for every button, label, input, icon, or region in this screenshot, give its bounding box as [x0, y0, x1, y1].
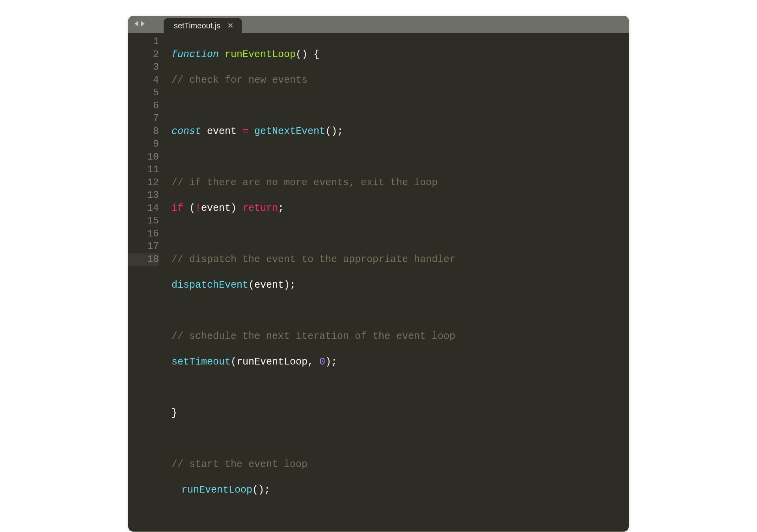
- comment: // schedule the next iteration of the ev…: [172, 331, 455, 342]
- svg-marker-0: [134, 21, 138, 26]
- code-area[interactable]: 123456789101112131415161718 function run…: [128, 33, 629, 532]
- keyword-const: const: [172, 126, 201, 137]
- identifier: event: [254, 279, 284, 291]
- comment: // if there are no more events, exit the…: [172, 177, 438, 188]
- comment: // check for new events: [172, 74, 308, 86]
- line-number: 9: [128, 138, 159, 151]
- line-number: 16: [128, 228, 159, 241]
- identifier: event: [207, 126, 237, 137]
- keyword-return: return: [242, 203, 278, 214]
- punct: ();: [252, 484, 270, 496]
- keyword-if: if: [172, 203, 183, 214]
- punct: ;: [278, 203, 284, 214]
- identifier: runEventLoop: [237, 356, 308, 368]
- line-number: 8: [128, 125, 159, 138]
- punct: ,: [308, 356, 319, 368]
- identifier: event: [201, 203, 231, 214]
- line-number: 4: [128, 74, 159, 87]
- punct: ): [231, 203, 242, 214]
- punct: );: [284, 279, 296, 291]
- comment: // start the event loop: [172, 459, 308, 470]
- operator: =: [242, 126, 248, 137]
- code-content[interactable]: function runEventLoop() { // check for n…: [168, 35, 629, 522]
- line-number: 17: [128, 240, 159, 253]
- tab-bar: setTimeout.js ✕: [128, 16, 629, 33]
- line-number: 10: [128, 151, 159, 164]
- line-number: 2: [128, 48, 159, 61]
- comment: // dispatch the event to the appropriate…: [172, 254, 455, 265]
- editor-window: setTimeout.js ✕ 123456789101112131415161…: [128, 16, 629, 532]
- punct: () {: [296, 49, 319, 60]
- operator-not: !: [195, 203, 201, 214]
- nav-arrows: [128, 16, 151, 33]
- tab-spacer: [151, 16, 164, 33]
- line-number: 13: [128, 189, 159, 202]
- line-number: 18: [128, 253, 159, 266]
- line-number: 6: [128, 100, 159, 113]
- function-call: getNextEvent: [254, 126, 325, 137]
- line-number: 1: [128, 35, 159, 48]
- number-literal: 0: [319, 356, 325, 368]
- brace-close: }: [172, 407, 177, 419]
- tab-active[interactable]: setTimeout.js ✕: [164, 18, 242, 33]
- punct: (: [183, 203, 195, 214]
- line-number: 11: [128, 164, 159, 177]
- line-gutter: 123456789101112131415161718: [128, 35, 168, 522]
- punct: ();: [325, 126, 343, 137]
- line-number: 5: [128, 87, 159, 100]
- nav-forward-icon[interactable]: [140, 21, 145, 28]
- function-call: runEventLoop: [181, 484, 252, 496]
- function-name: runEventLoop: [225, 49, 296, 60]
- line-number: 15: [128, 215, 159, 228]
- line-number: 12: [128, 177, 159, 190]
- nav-back-icon[interactable]: [134, 21, 139, 28]
- punct: (: [248, 279, 254, 291]
- keyword-function: function: [172, 49, 219, 60]
- tab-filename: setTimeout.js: [174, 21, 220, 30]
- svg-marker-1: [141, 21, 145, 26]
- line-number: 7: [128, 112, 159, 125]
- line-number: 14: [128, 202, 159, 215]
- function-call: setTimeout: [172, 356, 231, 368]
- punct: );: [325, 356, 337, 368]
- function-call: dispatchEvent: [172, 279, 248, 291]
- punct: (: [231, 356, 237, 368]
- line-number: 3: [128, 61, 159, 74]
- close-icon[interactable]: ✕: [227, 21, 233, 30]
